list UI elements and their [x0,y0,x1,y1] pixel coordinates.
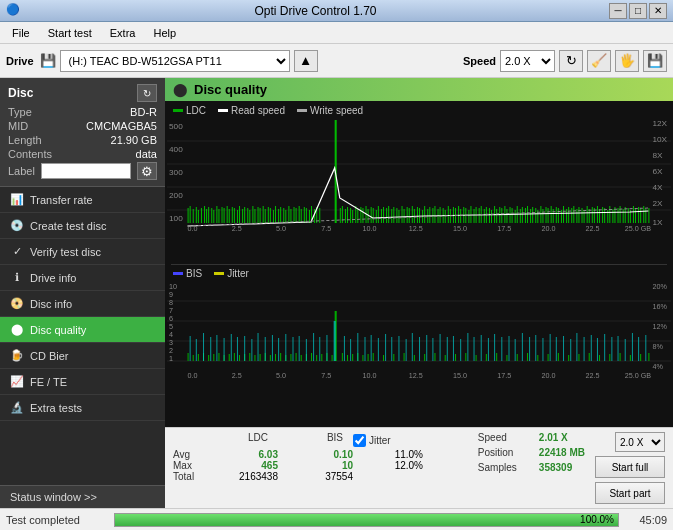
svg-rect-162 [576,209,577,223]
svg-rect-53 [280,207,281,223]
svg-rect-315 [385,334,386,361]
cd-bier-icon: 🍺 [10,349,24,362]
main-layout: Disc ↻ Type BD-R MID CMCMAGBA5 Length 21… [0,78,673,508]
disc-mid-key: MID [8,120,28,132]
svg-rect-176 [612,209,613,223]
svg-rect-324 [447,337,448,361]
svg-rect-68 [319,208,320,223]
svg-rect-302 [292,337,293,361]
svg-text:4X: 4X [652,183,663,192]
read-speed-dot [218,109,228,112]
svg-rect-70 [340,208,341,223]
svg-text:20.0: 20.0 [541,225,555,233]
disc-panel: Disc ↻ Type BD-R MID CMCMAGBA5 Length 21… [0,78,165,187]
nav-extra-tests-label: Extra tests [30,402,82,414]
nav-cd-bier[interactable]: 🍺 CD Bier [0,343,165,369]
svg-text:7.5: 7.5 [321,372,331,380]
nav-disc-info[interactable]: 📀 Disc info [0,291,165,317]
jitter-label: Jitter [369,435,391,446]
svg-rect-94 [402,206,403,223]
svg-rect-187 [640,208,641,223]
svg-rect-160 [571,208,572,223]
nav-extra-tests[interactable]: 🔬 Extra tests [0,395,165,421]
svg-rect-100 [417,207,418,223]
svg-rect-39 [244,207,245,223]
svg-rect-64 [309,210,310,223]
legend-write-speed: Write speed [297,105,363,116]
svg-rect-26 [211,208,212,223]
svg-rect-203 [167,281,671,381]
disc-settings-button[interactable]: ⚙ [137,162,157,180]
eject-button[interactable]: ▲ [294,50,318,72]
clear-button[interactable]: 🧹 [587,50,611,72]
menu-start-test[interactable]: Start test [40,25,100,41]
menu-extra[interactable]: Extra [102,25,144,41]
create-test-disc-icon: 💿 [10,219,24,232]
stats-row-avg: Avg 6.03 0.10 11.0% [173,449,468,460]
svg-rect-21 [198,210,199,223]
svg-rect-145 [532,207,533,223]
stats-row-max: Max 465 10 12.0% [173,460,468,471]
nav-disc-quality[interactable]: ⬤ Disc quality [0,317,165,343]
total-bis: 37554 [288,471,353,482]
svg-rect-285 [640,354,641,361]
maximize-button[interactable]: □ [629,3,647,19]
status-window-button[interactable]: Status window >> [0,485,165,508]
svg-rect-32 [227,206,228,223]
close-button[interactable]: ✕ [649,3,667,19]
speed-combo-select[interactable]: 2.0 X [615,432,665,452]
start-full-button[interactable]: Start full [595,456,665,478]
svg-rect-257 [362,355,363,361]
svg-rect-323 [440,334,441,361]
svg-text:20.0: 20.0 [541,372,555,380]
minimize-button[interactable]: ─ [609,3,627,19]
ldc-dot [173,109,183,112]
svg-rect-303 [299,336,300,361]
svg-text:5.0: 5.0 [276,372,286,380]
legend-jitter: Jitter [214,268,249,279]
disc-type-val: BD-R [130,106,157,118]
svg-rect-74 [350,208,351,223]
svg-rect-167 [589,209,590,223]
nav-transfer-rate[interactable]: 📊 Transfer rate [0,187,165,213]
svg-rect-352 [638,337,639,361]
svg-rect-261 [393,354,394,361]
nav-verify-test-disc[interactable]: ✓ Verify test disc [0,239,165,265]
svg-rect-137 [512,208,513,223]
nav-create-test-disc[interactable]: 💿 Create test disc [0,213,165,239]
svg-text:12.5: 12.5 [409,372,423,380]
svg-rect-91 [393,207,394,223]
time-display: 45:09 [627,514,667,526]
svg-rect-89 [388,206,389,223]
svg-rect-273 [517,354,518,361]
svg-rect-136 [510,207,511,223]
svg-rect-268 [465,353,466,361]
disc-label-input[interactable] [41,163,131,179]
svg-rect-277 [558,353,559,361]
speed-select[interactable]: 2.0 X [500,50,555,72]
svg-text:2.5: 2.5 [232,225,242,233]
nav-drive-info[interactable]: ℹ Drive info [0,265,165,291]
refresh-button[interactable]: ↻ [559,50,583,72]
jitter-checkbox[interactable] [353,434,366,447]
save-button[interactable]: 💾 [643,50,667,72]
svg-rect-332 [501,337,502,361]
disc-refresh-button[interactable]: ↻ [137,84,157,102]
svg-rect-103 [424,206,425,223]
svg-rect-96 [407,207,408,223]
total-ldc: 2163438 [213,471,278,482]
nav-fe-te[interactable]: 📈 FE / TE [0,369,165,395]
svg-rect-22 [201,208,202,223]
svg-rect-304 [306,339,307,361]
menu-help[interactable]: Help [145,25,184,41]
drive-select[interactable]: (H:) TEAC BD-W512GSA PT11 [60,50,290,72]
svg-text:22.5: 22.5 [586,372,600,380]
info-button[interactable]: 🖐 [615,50,639,72]
svg-rect-150 [546,207,547,223]
start-part-button[interactable]: Start part [595,482,665,504]
menu-file[interactable]: File [4,25,38,41]
svg-rect-62 [304,207,305,223]
disc-contents-row: Contents data [8,148,157,160]
svg-rect-43 [254,209,255,223]
stats-right: Speed 2.01 X Position 22418 MB Samples 3… [478,432,585,473]
